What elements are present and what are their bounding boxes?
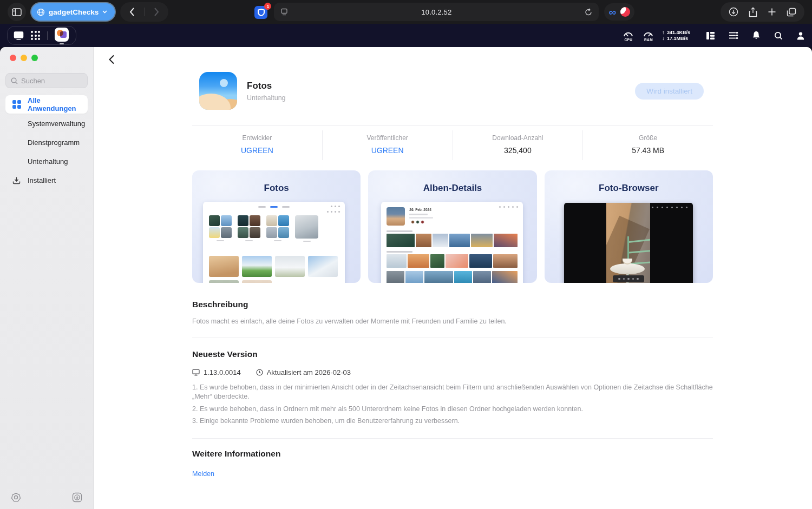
- stat-groesse: Größe 57.43 MB: [583, 130, 713, 160]
- url-bar[interactable]: 10.0.2.52: [274, 3, 599, 21]
- notifications-bell-icon[interactable]: [752, 31, 761, 40]
- stat-downloads: Download-Anzahl 325,400: [453, 130, 584, 160]
- divider: [192, 338, 713, 338]
- screenshot-card-fotos[interactable]: Fotos: [192, 170, 361, 283]
- globe-icon: [37, 8, 45, 16]
- shield-badge: 1: [264, 3, 271, 10]
- user-icon[interactable]: [796, 31, 805, 40]
- task-queue-icon[interactable]: [729, 31, 738, 39]
- window-controls: [0, 47, 93, 61]
- screenshot-card-alben-details[interactable]: Alben-Details 26. Feb. 2024: [368, 170, 536, 283]
- sidebar-menu: Alle Anwendungen Systemverwaltung Dienst…: [0, 95, 93, 189]
- ram-gauge[interactable]: RAM: [642, 29, 655, 42]
- screenshot-title: Alben-Details: [368, 183, 536, 194]
- app-name: Fotos: [247, 81, 286, 91]
- screenshot-card-foto-browser[interactable]: Foto-Browser: [545, 170, 713, 283]
- more-info-heading: Weitere Informationen: [192, 449, 713, 459]
- infinity-extension-icon[interactable]: ∞: [608, 7, 616, 17]
- system-taskbar: CPU RAM ↑341.4KB/s ↓17.1MB/s: [0, 24, 812, 47]
- red-extension-icon[interactable]: [620, 7, 630, 17]
- report-link[interactable]: Melden: [192, 470, 214, 478]
- shield-extension-icon[interactable]: 1: [254, 5, 269, 19]
- updated-clock-icon: [256, 369, 263, 376]
- browser-actions: [721, 2, 804, 22]
- tab-label: gadgetChecks: [49, 8, 99, 16]
- downloads-icon[interactable]: [729, 7, 738, 17]
- share-icon[interactable]: [749, 7, 757, 17]
- screenshot-title: Foto-Browser: [545, 183, 713, 194]
- all-apps-grid-icon: [12, 100, 21, 109]
- album-date-label: 26. Feb. 2024: [409, 208, 431, 211]
- app-grid-icon[interactable]: [31, 31, 40, 40]
- extensions-group: ∞: [604, 3, 634, 21]
- upload-speed: 341.4KB/s: [667, 30, 690, 35]
- new-tab-icon[interactable]: [768, 8, 776, 16]
- divider: [192, 438, 713, 439]
- widgets-icon[interactable]: [706, 31, 715, 40]
- sidebar-item-unterhaltung[interactable]: Unterhaltung: [5, 152, 88, 170]
- app-center-window: Suchen Alle Anwendungen Systemverwaltung…: [0, 47, 812, 509]
- back-chevron-button[interactable]: [104, 52, 119, 67]
- app-detail-content: Fotos Unterhaltung Wird installiert Entw…: [94, 47, 812, 509]
- fotos-app-icon: [199, 72, 237, 110]
- screenshot-image: [203, 202, 345, 283]
- url-text: 10.0.2.52: [288, 8, 585, 16]
- sidebar-item-label: Systemverwaltung: [28, 120, 85, 128]
- screenshot-image: [564, 203, 693, 283]
- upload-arrow-icon: ↑: [662, 30, 667, 36]
- version-monitor-icon: [192, 369, 200, 376]
- reader-icon: [280, 8, 288, 16]
- browser-chrome: gadgetChecks 1 10.0.2.52 ∞: [0, 0, 812, 24]
- changelog-item: 3. Einige bekannte Probleme wurden behob…: [192, 417, 713, 426]
- cpu-gauge[interactable]: CPU: [622, 29, 635, 42]
- updates-icon[interactable]: [72, 492, 82, 503]
- sidebar-item-installiert[interactable]: Installiert: [5, 171, 88, 189]
- version-meta-row: 1.13.0.0014 Aktualisiert am 2026-02-03: [192, 368, 713, 376]
- network-speeds: ↑341.4KB/s ↓17.1MB/s: [662, 30, 690, 42]
- screenshot-title: Fotos: [192, 183, 361, 194]
- changelog-item: 2. Es wurde behoben, dass in Ordnern mit…: [192, 405, 713, 414]
- changelog: 1. Es wurde behoben, dass in der minimie…: [192, 383, 713, 426]
- refresh-icon[interactable]: [585, 8, 592, 16]
- forward-button[interactable]: [145, 2, 168, 22]
- sidebar-item-label: Alle Anwendungen: [28, 96, 88, 113]
- sidebar-item-label: Installiert: [28, 176, 56, 184]
- install-tray-icon: [12, 176, 21, 185]
- updated-date: Aktualisiert am 2026-02-03: [267, 368, 351, 376]
- sidebar-footer: [11, 492, 82, 503]
- sidebar-item-systemverwaltung[interactable]: Systemverwaltung: [5, 114, 88, 133]
- dock: [7, 26, 76, 45]
- divider: [192, 125, 713, 126]
- cpu-label: CPU: [622, 38, 635, 42]
- install-status-button[interactable]: Wird installiert: [635, 83, 704, 100]
- changelog-item: 1. Es wurde behoben, dass in der minimie…: [192, 383, 713, 401]
- stat-veroeffentlicher: Veröffentlicher UGREEN: [323, 130, 453, 160]
- minimize-window-icon[interactable]: [21, 55, 27, 61]
- search-icon[interactable]: [774, 31, 783, 40]
- browser-nav-group: [120, 2, 168, 22]
- screenshot-gallery: Fotos: [192, 170, 713, 283]
- taskbar-icons: [706, 31, 805, 40]
- maximize-window-icon[interactable]: [31, 55, 38, 61]
- desktop-icon[interactable]: [14, 31, 24, 40]
- system-tray: CPU RAM ↑341.4KB/s ↓17.1MB/s: [622, 29, 805, 42]
- tab-overview-icon[interactable]: [787, 8, 796, 17]
- description-heading: Beschreibung: [192, 300, 713, 309]
- developer-link[interactable]: UGREEN: [192, 146, 322, 155]
- search-input[interactable]: Suchen: [5, 73, 88, 88]
- search-placeholder: Suchen: [21, 77, 45, 85]
- close-window-icon[interactable]: [10, 55, 16, 61]
- browser-active-tab[interactable]: gadgetChecks: [31, 3, 115, 21]
- publisher-link[interactable]: UGREEN: [323, 146, 453, 155]
- dock-divider: [47, 31, 48, 40]
- sidebar-item-label: Dienstprogramm: [28, 138, 80, 147]
- back-button[interactable]: [120, 2, 144, 22]
- settings-gear-icon[interactable]: [11, 492, 21, 503]
- screenshot-image: 26. Feb. 2024: [381, 202, 522, 283]
- app-center-dock-icon[interactable]: [55, 28, 70, 44]
- sidebar-item-dienstprogramm[interactable]: Dienstprogramm: [5, 133, 88, 151]
- browser-sidebar-toggle-icon[interactable]: [8, 3, 26, 21]
- chevron-down-icon: [102, 10, 107, 14]
- version-number: 1.13.0.0014: [204, 368, 241, 376]
- sidebar-item-alle-anwendungen[interactable]: Alle Anwendungen: [5, 95, 88, 114]
